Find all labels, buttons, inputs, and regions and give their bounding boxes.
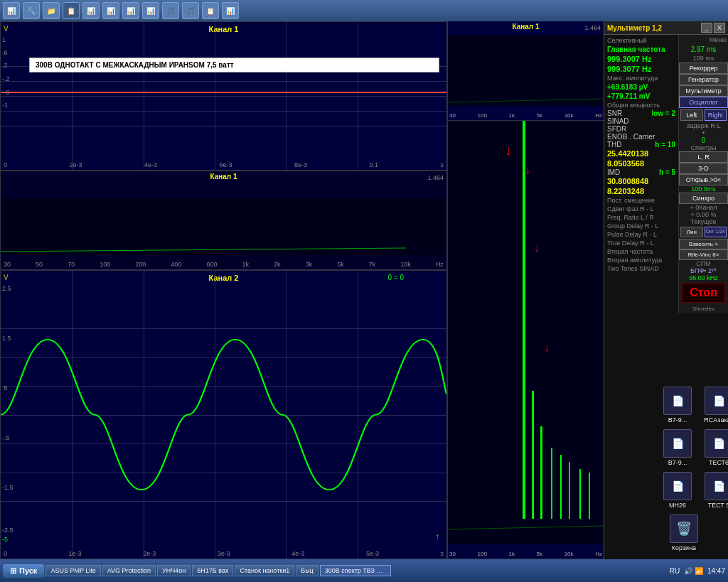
- desktop-icon-test5[interactable]: 📄 ТЕСТ 5: [687, 472, 728, 509]
- synhro-btn[interactable]: Синхро: [679, 193, 728, 204]
- right-panel-val2: 109 ms: [679, 54, 728, 63]
- val-100ms: 100.0ms: [679, 185, 728, 193]
- right-btn[interactable]: Right: [705, 109, 727, 121]
- true-delay-label: True Delay R - L: [606, 239, 677, 247]
- app-icon-2[interactable]: 🔧: [23, 2, 40, 19]
- channel1-time-label: Канал 1: [209, 25, 239, 33]
- oscillograph-btn[interactable]: Осциллог: [679, 97, 728, 108]
- app-icon-6[interactable]: 📊: [102, 2, 119, 19]
- three-d-btn[interactable]: 3-D: [679, 163, 728, 174]
- ch2-zero-marker: 0 = 0: [387, 274, 404, 281]
- oscilloscope-panel: V Канал 1 300В ОДНОТАКТ С МЕЖКАСКАДНЫМ И…: [0, 21, 447, 559]
- channel1-time-display: V Канал 1 300В ОДНОТАКТ С МЕЖКАСКАДНЫМ И…: [0, 21, 447, 171]
- app-icon-10[interactable]: 🎵: [182, 2, 199, 19]
- desktop-icon-img-trash: 🗑️: [670, 514, 698, 543]
- channel1-spectrum-display: Канал 1 1.464 3050701002004006001k2k3k5k…: [0, 171, 447, 270]
- task-asus[interactable]: ASUS PMP Lite: [46, 565, 100, 576]
- ch1-axis-label: V: [4, 25, 9, 33]
- snr-row: SNR low = 2: [606, 109, 677, 117]
- annotation-text: 300В ОДНОТАКТ С МЕЖКАСКАДНЫМ ИРАНSOM 7,5…: [29, 58, 439, 72]
- selektivny-label: Селективный: [606, 36, 677, 45]
- app-icon-4[interactable]: 📋: [63, 2, 80, 19]
- ch1-time-scale: 02e-34e-36e-38e-30.1s: [1, 161, 446, 168]
- start-button[interactable]: ⊞ Пуск: [3, 564, 44, 578]
- tekushee: Текущее: [679, 218, 728, 225]
- left-btn[interactable]: Left: [680, 109, 703, 121]
- svg-rect-6: [540, 426, 542, 519]
- plus-kanal: + 0Канал: [679, 204, 728, 211]
- svg-rect-9: [569, 462, 570, 519]
- close-btn[interactable]: X: [714, 23, 725, 33]
- start-label: Пуск: [19, 566, 37, 575]
- sfdr-row: SFDR: [606, 125, 677, 133]
- desktop-icon-label-test6: ТЕСТ6: [709, 459, 728, 466]
- app-icon-11[interactable]: 📋: [202, 2, 219, 19]
- app-icon-7[interactable]: 📊: [122, 2, 139, 19]
- lr-btn-row: Left Right: [679, 108, 728, 122]
- snr-value: low = 2: [651, 109, 675, 117]
- desktop-icon-rca[interactable]: 📄 RCAзаказ: [687, 387, 728, 424]
- otkr-btn[interactable]: Открыв.>0<: [679, 174, 728, 185]
- desktop-icon-label-trash: Корзина: [672, 544, 696, 551]
- thd-h: h = 10: [655, 141, 675, 149]
- taskbar-right: RU 🔊 📶 14:47: [670, 567, 725, 575]
- channel2-time-label: Канал 2: [209, 274, 239, 282]
- app-icon-8[interactable]: 📊: [142, 2, 159, 19]
- generator-btn[interactable]: Генератор: [679, 74, 728, 85]
- multimeter-btn[interactable]: Мультиметр: [679, 85, 728, 97]
- app-icon-9[interactable]: 🎵: [162, 2, 179, 19]
- app-icon-3[interactable]: 📁: [43, 2, 60, 19]
- stop-btn[interactable]: Стоп: [682, 283, 725, 303]
- spectrum-ch1-scale-right: 1.464: [584, 24, 601, 31]
- task-avg[interactable]: AVG Protection: [102, 565, 156, 576]
- main-freq-label: Главная частота: [606, 45, 677, 54]
- task-unch[interactable]: УНЧ4он: [157, 565, 191, 576]
- app-icon-5[interactable]: 📊: [82, 2, 100, 19]
- channel1-spectrum-label: Канал 1: [210, 173, 237, 180]
- freq1-value: 999.3007 Hz: [606, 54, 677, 64]
- rife-btn[interactable]: Rife-Vinc 6>: [679, 249, 728, 260]
- task-byc[interactable]: Быц: [296, 565, 318, 576]
- lin-btn[interactable]: Лин: [680, 227, 703, 237]
- desktop-icon-img-test6: 📄: [705, 429, 728, 458]
- svg-rect-8: [560, 455, 562, 519]
- thd-row: THD h = 10: [606, 141, 677, 149]
- app-icon-1[interactable]: 📊: [3, 2, 20, 19]
- sfdr-label: SFDR: [607, 125, 626, 133]
- total-power-label: Общая мощность: [606, 101, 677, 109]
- task-300v[interactable]: 300В спектр ТВЗ Аудио...: [320, 565, 391, 576]
- lin-okt-row: Лин Окт 1/24: [679, 225, 728, 239]
- red-arrow-2: ↓: [534, 242, 540, 254]
- dc-offset-label: Пост. смещение: [606, 196, 677, 205]
- svg-rect-7: [551, 448, 552, 519]
- svg-rect-4: [523, 121, 525, 519]
- right-panel-value-area: Селективный Главная частота 999.3007 Hz …: [604, 35, 728, 313]
- minimize-btn[interactable]: _: [701, 23, 712, 33]
- task-6n17[interactable]: 6Н17Б вах: [192, 565, 233, 576]
- spektry-label: Спектры: [679, 144, 728, 151]
- ch2-sine-wave: [1, 285, 446, 544]
- snr-label: SNR: [607, 109, 622, 117]
- sidebar-window-controls[interactable]: _ X: [701, 23, 725, 33]
- desktop-icon-label-rca: RCAзаказ: [704, 416, 728, 424]
- spm-label: СПМ: [679, 260, 728, 267]
- app-icon-12[interactable]: 📊: [222, 2, 239, 19]
- taskbar-top: 📊 🔧 📁 📋 📊 📊 📊 📊 🎵 🎵 📋 📊: [0, 0, 728, 21]
- task-stanok[interactable]: Станок нанотки1: [235, 565, 294, 576]
- recorder-btn[interactable]: Рекордер: [679, 63, 728, 74]
- lr-spektr-btn[interactable]: L, R: [679, 151, 728, 163]
- okt-btn[interactable]: Окт 1/24: [705, 227, 727, 237]
- amp1-value: +69.6183 µV: [606, 82, 677, 92]
- channel2-time-display: V Канал 2 0 = 0 -5 ↑: [0, 270, 447, 559]
- system-tray-icons: 🔊 📶: [684, 567, 703, 575]
- zero-label: 0: [679, 136, 728, 144]
- desktop-icon-trash[interactable]: 🗑️ Корзина: [652, 514, 716, 551]
- imd-h: h = 5: [659, 168, 675, 176]
- vzvesit-btn[interactable]: Взвесить >: [679, 239, 728, 249]
- ch2-time-scale: 01e-32e-33e-34e-35e-3s: [1, 550, 446, 557]
- desktop-icon-test6[interactable]: 📄 ТЕСТ6: [687, 429, 728, 466]
- imd-value2: 8.2203248: [606, 186, 677, 196]
- desktop-icon-label-mn26: МН26: [669, 502, 686, 509]
- imd-value1: 30.8008848: [606, 176, 677, 186]
- desktop-icon-img-rca: 📄: [705, 387, 728, 415]
